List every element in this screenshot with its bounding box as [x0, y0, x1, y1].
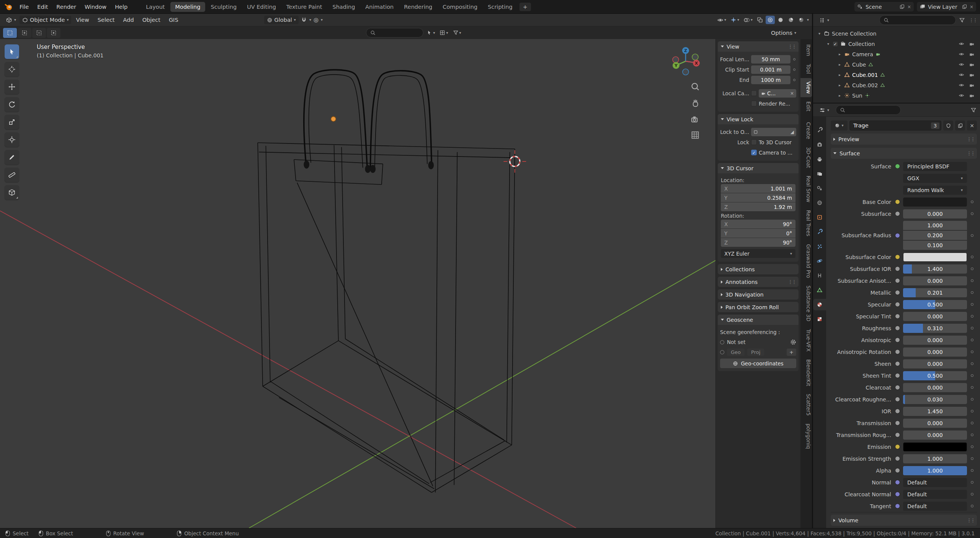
filter-objects-dropdown[interactable]: ▾ [425, 29, 436, 37]
preview-panel-header[interactable]: Preview⋮⋮ [831, 134, 977, 145]
workspace-tab-sculpting[interactable]: Sculpting [206, 2, 242, 12]
select-mode-subtract-button[interactable] [32, 28, 46, 38]
workspace-tab-modeling[interactable]: Modeling [170, 2, 206, 12]
hide-eye-icon[interactable] [959, 82, 964, 88]
socket-icon[interactable] [895, 199, 900, 204]
workspace-tab-texture-paint[interactable]: Texture Paint [281, 2, 327, 12]
tab-modifiers[interactable] [813, 226, 826, 238]
expand-icon[interactable]: ▸ [838, 83, 842, 87]
socket-icon[interactable] [895, 314, 900, 319]
transmission-roughness-slider[interactable]: 0.000 [903, 430, 967, 440]
add-cube-tool[interactable] [5, 185, 19, 200]
proj-button[interactable]: Proj [747, 349, 764, 356]
socket-icon[interactable] [895, 456, 900, 461]
geo-button[interactable]: Geo [727, 349, 745, 356]
sidebar-tab-true-vfx[interactable]: True-VFX [800, 326, 812, 355]
sidebar-tab-scatter5[interactable]: Scatter5 [800, 390, 812, 419]
socket-icon[interactable] [895, 278, 900, 283]
panel-view-header[interactable]: View⋮⋮ [718, 41, 799, 52]
tab-material[interactable] [813, 299, 826, 310]
viewport-search-input[interactable] [366, 28, 423, 37]
decorator-dot[interactable] [967, 256, 977, 258]
decorator-dot[interactable] [792, 68, 796, 71]
radius-y-field[interactable]: 0.200 [903, 231, 967, 240]
sidebar-tab-blenderkit[interactable]: BlenderKit [800, 356, 812, 390]
georef-radio[interactable] [720, 340, 724, 344]
hide-eye-icon[interactable] [959, 93, 964, 98]
sidebar-tab-view[interactable]: View [800, 78, 812, 97]
hide-eye-icon[interactable] [959, 72, 964, 78]
decorator-dot[interactable] [967, 445, 977, 448]
hide-eye-icon[interactable] [959, 41, 964, 47]
panel-view-lock-header[interactable]: View Lock [718, 114, 799, 124]
ortho-grid-icon[interactable] [690, 130, 700, 140]
tangent-menu[interactable]: Default [903, 502, 967, 511]
menu-add[interactable]: Add [119, 15, 138, 24]
drag-dots-icon[interactable]: ⋮⋮ [967, 517, 974, 523]
decorator-dot[interactable] [967, 291, 977, 294]
socket-icon[interactable] [895, 492, 900, 497]
camera-to-view-checkbox[interactable]: ✓ [751, 150, 757, 155]
decorator-dot[interactable] [792, 79, 796, 81]
eyedropper-icon[interactable]: ◢ [791, 129, 794, 135]
view-layer-selector[interactable]: View Layer × [917, 2, 976, 11]
hide-eye-icon[interactable] [959, 62, 964, 67]
socket-icon[interactable] [895, 349, 900, 354]
drag-dots-icon[interactable]: ⋮⋮ [967, 136, 974, 142]
xray-toggle[interactable] [755, 16, 764, 24]
focal-length-field[interactable]: 50 mm [751, 55, 791, 64]
properties-search-input[interactable] [836, 105, 901, 115]
socket-icon[interactable] [895, 254, 900, 259]
decorator-dot[interactable] [967, 481, 977, 484]
outliner-editor-type-button[interactable]: ▾ [817, 16, 832, 24]
sidebar-tab-polygoniq[interactable]: polygoniq [800, 420, 812, 452]
expand-icon[interactable]: ▸ [838, 62, 842, 67]
snap-toggle[interactable] [299, 16, 309, 24]
menu-help[interactable]: Help [111, 0, 132, 13]
drag-dots-icon[interactable]: ⋮⋮ [788, 44, 795, 49]
cursor-tool[interactable] [5, 62, 19, 77]
cursor-rotation-z[interactable]: Z90° [721, 238, 795, 247]
shading-dropdown[interactable]: ▾ [807, 18, 809, 22]
select-box-tool[interactable] [5, 44, 19, 59]
decorator-dot[interactable] [967, 410, 977, 412]
collection-checkbox[interactable]: ✓ [833, 41, 838, 47]
socket-icon[interactable] [895, 361, 900, 366]
geo-coordinates-button[interactable]: Geo-coordinates [720, 359, 796, 368]
decorator-dot[interactable] [967, 303, 977, 306]
local-camera-field[interactable]: C...× [759, 89, 796, 98]
outliner-row-scene-collection[interactable]: ▾ Scene Collection [815, 28, 978, 39]
surface-panel-header[interactable]: Surface⋮⋮ [831, 148, 977, 159]
outliner-row-cube-001[interactable]: ▸ Cube.001 [815, 70, 978, 80]
properties-editor-type-button[interactable]: ▾ [817, 106, 832, 114]
cursor-rotation-y[interactable]: Y0° [721, 229, 795, 238]
workspace-tab-layout[interactable]: Layout [141, 2, 170, 12]
menu-render[interactable]: Render [52, 0, 80, 13]
outliner-row-camera[interactable]: ▸ Camera [815, 49, 978, 59]
alpha-slider[interactable]: 1.000 [903, 466, 967, 475]
expand-icon[interactable]: ▸ [838, 73, 842, 77]
socket-icon[interactable] [895, 385, 900, 390]
expand-icon[interactable]: ▸ [838, 52, 842, 56]
menu-select[interactable]: Select [94, 15, 119, 24]
clearcoat-roughness-slider[interactable]: 0.030 [903, 395, 967, 404]
emission-color-swatch[interactable] [903, 442, 967, 452]
decorator-dot[interactable] [967, 315, 977, 318]
material-users-button[interactable]: 3 [931, 122, 939, 129]
tab-tool[interactable] [813, 124, 826, 136]
decorator-dot[interactable] [967, 267, 977, 270]
menu-gis[interactable]: GIS [165, 15, 182, 24]
outliner-row-collection[interactable]: ▾ ✓ Collection [815, 39, 978, 49]
measure-tool[interactable] [5, 168, 19, 182]
camera-view-icon[interactable] [690, 114, 700, 124]
workspace-tab-shading[interactable]: Shading [327, 2, 360, 12]
sidebar-tab-tool[interactable]: Tool [800, 60, 812, 77]
tab-object[interactable] [813, 212, 826, 223]
menu-object[interactable]: Object [139, 15, 164, 24]
shading-wireframe-button[interactable] [766, 16, 775, 24]
cursor-location-x[interactable]: X1.001 m [721, 184, 795, 193]
editor-type-button[interactable]: ▾ [3, 16, 19, 24]
menu-view[interactable]: View [72, 15, 93, 24]
tab-output[interactable] [813, 153, 826, 165]
decorator-dot[interactable] [967, 386, 977, 389]
